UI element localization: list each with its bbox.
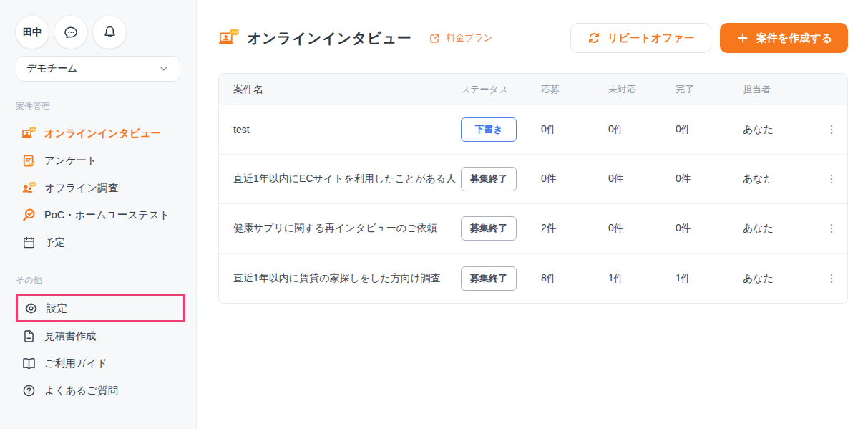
- done-count: 0件: [676, 222, 743, 235]
- sidebar: 田中 デモチーム 案件管理 オ: [0, 0, 197, 429]
- table-header-row: 案件名 ステータス 応募 未対応 完了 担当者: [219, 74, 847, 105]
- table-row[interactable]: 直近1年以内にECサイトを利用したことがある人募集終了0件0件0件あなた: [219, 155, 847, 204]
- row-menu-button[interactable]: [823, 270, 840, 287]
- status-badge: 下書き: [461, 117, 517, 142]
- projects-table: 案件名 ステータス 応募 未対応 完了 担当者 test下書き0件0件0件あなた…: [218, 73, 848, 304]
- sidebar-item-settings[interactable]: 設定: [16, 294, 185, 322]
- calendar-icon: [21, 235, 36, 250]
- repeat-offer-label: リピートオファー: [608, 32, 695, 45]
- sidebar-item-label: 予定: [44, 236, 65, 249]
- owner: あなた: [743, 123, 816, 136]
- sidebar-item-label: 見積書作成: [44, 329, 97, 343]
- sidebar-item-survey[interactable]: アンケート: [16, 147, 185, 174]
- sidebar-item-offline-research[interactable]: オフライン調査: [16, 174, 185, 201]
- page-title: オンラインインタビュー: [247, 29, 411, 48]
- done-count: 0件: [676, 173, 743, 185]
- table-row[interactable]: 健康サプリに関する再インタビューのご依頼募集終了2件0件0件あなた: [219, 204, 847, 254]
- poc-icon: [21, 208, 36, 223]
- section-label-projects: 案件管理: [16, 100, 196, 112]
- section-label-other: その他: [16, 274, 196, 286]
- status-badge: 募集終了: [461, 167, 517, 191]
- pricing-plan-label: 料金プラン: [446, 32, 493, 44]
- column-header-name: 案件名: [219, 83, 461, 96]
- table-row[interactable]: test下書き0件0件0件あなた: [219, 105, 847, 155]
- owner: あなた: [743, 173, 816, 185]
- table-body: test下書き0件0件0件あなた直近1年以内にECサイトを利用したことがある人募…: [219, 105, 847, 303]
- column-header-status: ステータス: [461, 83, 541, 96]
- avatar[interactable]: 田中: [16, 16, 49, 49]
- sidebar-item-poc-home-use-test[interactable]: PoC・ホームユーステスト: [16, 201, 185, 228]
- nav-other: 設定見積書作成ご利用ガイドよくあるご質問: [16, 294, 185, 404]
- sidebar-item-label: PoC・ホームユーステスト: [44, 208, 170, 222]
- faq-icon: [21, 383, 36, 398]
- status-badge: 募集終了: [461, 216, 517, 241]
- applied-count: 2件: [541, 222, 608, 235]
- chevron-down-icon: [156, 62, 171, 77]
- sidebar-item-label: ご利用ガイド: [44, 357, 107, 370]
- offline-research-icon: [21, 180, 36, 196]
- row-menu-button[interactable]: [823, 121, 840, 138]
- create-project-button[interactable]: 案件を作成する: [720, 23, 848, 53]
- team-selector[interactable]: デモチーム: [16, 56, 180, 82]
- sidebar-top-icons: 田中: [16, 16, 196, 49]
- gear-icon: [24, 301, 39, 316]
- applied-count: 0件: [541, 173, 608, 185]
- project-name: 直近1年以内に賃貸の家探しをした方向け調査: [219, 272, 461, 285]
- team-selector-value: デモチーム: [26, 62, 77, 75]
- sidebar-item-label: 設定: [47, 302, 67, 315]
- sidebar-item-faq[interactable]: よくあるご質問: [16, 377, 185, 404]
- sidebar-item-schedule[interactable]: 予定: [16, 228, 185, 256]
- owner: あなた: [743, 272, 816, 285]
- chat-bubble-icon: [64, 25, 79, 40]
- pending-count: 1件: [608, 272, 676, 285]
- owner: あなた: [743, 222, 816, 235]
- done-count: 1件: [676, 272, 743, 285]
- applied-count: 0件: [541, 123, 608, 136]
- sidebar-item-label: オフライン調査: [44, 181, 118, 195]
- column-header-done: 完了: [676, 83, 743, 96]
- page-header: オンラインインタビュー 料金プラン: [218, 23, 848, 53]
- sidebar-item-quote-creation[interactable]: 見積書作成: [16, 322, 185, 350]
- sidebar-item-label: よくあるご質問: [44, 384, 118, 397]
- survey-icon: [21, 153, 36, 168]
- table-row[interactable]: 直近1年以内に賃貸の家探しをした方向け調査募集終了8件1件1件あなた: [219, 254, 847, 303]
- column-header-owner: 担当者: [743, 83, 816, 96]
- status-badge: 募集終了: [461, 266, 517, 291]
- column-header-pending: 未対応: [608, 83, 676, 96]
- pricing-plan-link[interactable]: 料金プラン: [427, 31, 493, 46]
- applied-count: 8件: [541, 272, 608, 285]
- main-content: オンラインインタビュー 料金プラン: [197, 0, 868, 429]
- chat-button[interactable]: [54, 16, 87, 49]
- repeat-offer-button[interactable]: リピートオファー: [570, 23, 711, 53]
- avatar-label: 田中: [23, 26, 42, 39]
- pending-count: 0件: [608, 222, 676, 235]
- project-name: test: [219, 124, 461, 135]
- row-menu-button[interactable]: [823, 220, 840, 237]
- nav-projects: オンラインインタビューアンケートオフライン調査PoC・ホームユーステスト予定: [16, 120, 185, 256]
- project-name: 直近1年以内にECサイトを利用したことがある人: [219, 173, 461, 185]
- sidebar-item-online-interview[interactable]: オンラインインタビュー: [16, 120, 185, 147]
- bell-icon: [102, 25, 117, 40]
- refresh-icon: [587, 31, 602, 46]
- notifications-button[interactable]: [93, 16, 126, 49]
- row-menu-button[interactable]: [823, 170, 840, 188]
- pending-count: 0件: [608, 173, 676, 185]
- quote-doc-icon: [21, 329, 36, 344]
- create-project-label: 案件を作成する: [756, 32, 832, 45]
- plus-icon: [736, 31, 751, 46]
- project-name: 健康サプリに関する再インタビューのご依頼: [219, 222, 461, 235]
- external-link-icon: [427, 31, 442, 46]
- interview-icon: [21, 126, 36, 141]
- sidebar-item-label: オンラインインタビュー: [44, 127, 161, 140]
- online-interview-icon: [218, 27, 240, 49]
- sidebar-item-usage-guide[interactable]: ご利用ガイド: [16, 350, 185, 377]
- sidebar-item-label: アンケート: [44, 154, 97, 168]
- done-count: 0件: [676, 123, 743, 136]
- column-header-applied: 応募: [541, 83, 608, 96]
- guide-book-icon: [21, 356, 36, 371]
- pending-count: 0件: [608, 123, 676, 136]
